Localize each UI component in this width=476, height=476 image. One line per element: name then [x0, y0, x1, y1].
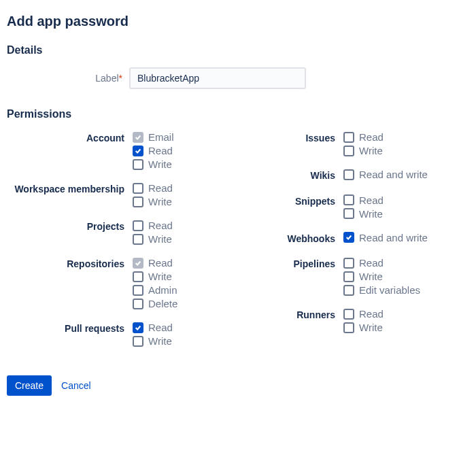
- permissions-columns: AccountEmailReadWriteWorkspace membershi…: [7, 131, 469, 359]
- perm-options: ReadWrite: [133, 220, 173, 245]
- perm-option-repositories-admin[interactable]: Admin: [133, 284, 177, 296]
- perm-option-pipelines-edit-variables[interactable]: Edit variables: [343, 284, 420, 296]
- perm-option-repositories-read: Read: [133, 257, 177, 269]
- perm-options: EmailReadWrite: [133, 131, 174, 170]
- perm-option-snippets-write[interactable]: Write: [343, 208, 384, 220]
- perm-group-label: Projects: [7, 220, 133, 245]
- checkbox-icon[interactable]: [343, 146, 354, 156]
- perm-options: ReadWriteAdminDelete: [133, 257, 177, 309]
- cancel-button[interactable]: Cancel: [61, 380, 91, 391]
- permissions-section: Permissions AccountEmailReadWriteWorkspa…: [7, 108, 469, 359]
- checkbox-icon[interactable]: [133, 159, 143, 170]
- perm-group-label: Workspace membership: [7, 182, 133, 207]
- checkbox-icon[interactable]: [343, 309, 354, 320]
- checkbox-icon[interactable]: [133, 299, 143, 309]
- perm-option-label: Read: [359, 308, 384, 320]
- perm-option-wikis-read-and-write[interactable]: Read and write: [343, 169, 428, 180]
- checkbox-icon[interactable]: [133, 183, 143, 194]
- perm-options: ReadWrite: [133, 322, 173, 347]
- perm-option-issues-write[interactable]: Write: [343, 145, 384, 156]
- perm-option-runners-write[interactable]: Write: [343, 322, 384, 333]
- checkbox-icon[interactable]: [133, 322, 143, 333]
- label-field-label-col: Label*: [7, 73, 129, 84]
- perm-option-label: Admin: [148, 284, 177, 296]
- perm-option-pull-requests-read[interactable]: Read: [133, 322, 173, 333]
- checkbox-icon: [133, 132, 143, 143]
- perm-group-label: Issues: [248, 131, 343, 156]
- perm-options: ReadWrite: [343, 308, 384, 333]
- perm-option-label: Write: [148, 158, 172, 170]
- perm-option-snippets-read[interactable]: Read: [343, 194, 384, 206]
- perm-option-label: Read: [148, 182, 173, 194]
- perm-option-label: Read: [359, 194, 384, 206]
- perm-options: Read and write: [343, 232, 428, 245]
- actions-row: Create Cancel: [7, 375, 469, 396]
- checkbox-icon[interactable]: [343, 258, 354, 269]
- perm-option-workspace-membership-write[interactable]: Write: [133, 196, 173, 207]
- perm-option-label: Write: [359, 208, 383, 220]
- checkbox-icon[interactable]: [343, 208, 354, 219]
- checkbox-icon[interactable]: [133, 220, 143, 231]
- checkbox-icon[interactable]: [133, 146, 143, 156]
- checkbox-icon[interactable]: [343, 169, 354, 180]
- perm-group-repositories: RepositoriesReadWriteAdminDelete: [7, 257, 228, 309]
- label-field-label: Label: [95, 73, 118, 84]
- perm-option-label: Read and write: [359, 232, 428, 243]
- perm-options: ReadWriteEdit variables: [343, 257, 420, 296]
- checkbox-icon[interactable]: [343, 132, 354, 143]
- perm-group-label: Runners: [248, 308, 343, 333]
- checkbox-icon[interactable]: [343, 271, 354, 282]
- perm-option-issues-read[interactable]: Read: [343, 131, 384, 143]
- perm-group-label: Repositories: [7, 257, 133, 309]
- perm-option-account-read[interactable]: Read: [133, 145, 174, 156]
- checkbox-icon[interactable]: [343, 285, 354, 296]
- page-title: Add app password: [7, 14, 469, 29]
- perm-option-label: Read: [359, 131, 384, 143]
- perm-option-repositories-delete[interactable]: Delete: [133, 298, 177, 309]
- perm-group-label: Account: [7, 131, 133, 170]
- permissions-col-left: AccountEmailReadWriteWorkspace membershi…: [7, 131, 228, 359]
- perm-group-pull-requests: Pull requestsReadWrite: [7, 322, 228, 347]
- checkbox-icon[interactable]: [343, 194, 354, 205]
- perm-option-projects-write[interactable]: Write: [133, 233, 173, 245]
- perm-option-pipelines-read[interactable]: Read: [343, 257, 420, 269]
- perm-option-runners-read[interactable]: Read: [343, 308, 384, 320]
- perm-options: ReadWrite: [133, 182, 173, 207]
- perm-group-account: AccountEmailReadWrite: [7, 131, 228, 170]
- perm-option-label: Edit variables: [359, 284, 420, 296]
- perm-option-account-write[interactable]: Write: [133, 158, 174, 170]
- perm-option-label: Read: [148, 145, 173, 156]
- perm-group-snippets: SnippetsReadWrite: [248, 194, 469, 220]
- perm-option-label: Read and write: [359, 169, 428, 180]
- perm-option-label: Write: [359, 271, 383, 282]
- perm-option-label: Write: [148, 196, 172, 207]
- perm-option-label: Write: [148, 233, 172, 245]
- label-input[interactable]: [129, 67, 306, 89]
- perm-option-label: Write: [359, 145, 383, 156]
- perm-group-issues: IssuesReadWrite: [248, 131, 469, 156]
- perm-option-pull-requests-write[interactable]: Write: [133, 335, 173, 347]
- perm-option-pipelines-write[interactable]: Write: [343, 271, 420, 282]
- checkbox-icon[interactable]: [133, 234, 143, 245]
- details-heading: Details: [7, 44, 469, 56]
- label-field-row: Label*: [7, 67, 469, 89]
- perm-group-wikis: WikisRead and write: [248, 169, 469, 182]
- perm-option-repositories-write[interactable]: Write: [133, 271, 177, 282]
- perm-group-webhooks: WebhooksRead and write: [248, 232, 469, 245]
- checkbox-icon[interactable]: [133, 197, 143, 207]
- checkbox-icon[interactable]: [343, 322, 354, 333]
- perm-option-label: Read: [148, 220, 173, 231]
- perm-option-label: Read: [148, 257, 173, 269]
- perm-option-projects-read[interactable]: Read: [133, 220, 173, 231]
- perm-group-runners: RunnersReadWrite: [248, 308, 469, 333]
- checkbox-icon[interactable]: [133, 285, 143, 296]
- checkbox-icon[interactable]: [343, 232, 354, 243]
- perm-group-label: Pull requests: [7, 322, 133, 347]
- perm-option-label: Write: [148, 271, 172, 282]
- perm-option-webhooks-read-and-write[interactable]: Read and write: [343, 232, 428, 243]
- checkbox-icon[interactable]: [133, 271, 143, 282]
- perm-option-workspace-membership-read[interactable]: Read: [133, 182, 173, 194]
- create-button[interactable]: Create: [7, 375, 52, 396]
- permissions-heading: Permissions: [7, 108, 469, 120]
- checkbox-icon[interactable]: [133, 336, 143, 347]
